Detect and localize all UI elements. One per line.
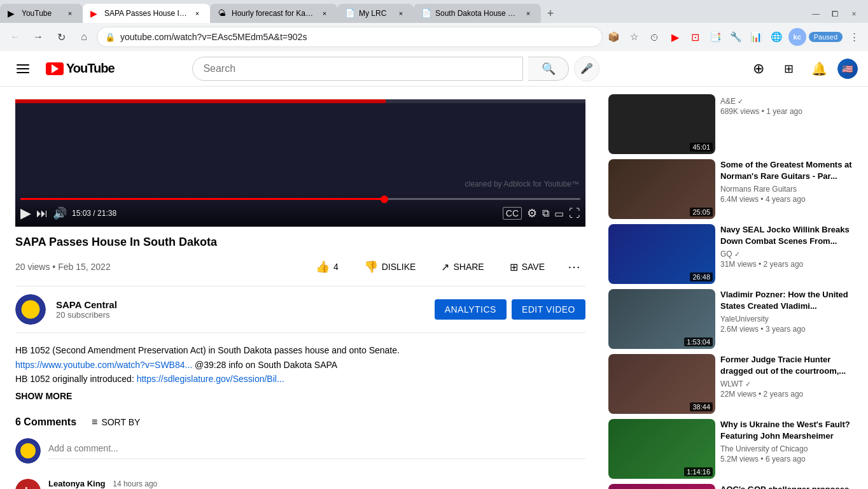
- comment-item: L Leatonya King 14 hours ago This is awe…: [15, 479, 585, 489]
- separator: •: [52, 262, 58, 272]
- play-button[interactable]: ▶: [20, 205, 31, 222]
- show-more-button[interactable]: SHOW MORE: [15, 391, 585, 401]
- tab-weather[interactable]: 🌤 Hourly forecast for Kansas C... ×: [210, 4, 337, 23]
- video-actions: 👍 4 👎 DISLIKE ↗ SHARE ⊞ SAVE: [308, 255, 585, 278]
- commenter-avatar-image-1: L: [15, 479, 41, 489]
- yt-search-input[interactable]: [203, 63, 512, 74]
- tab-sapa[interactable]: ▶ SAPA Passes House In Sout... ×: [83, 4, 210, 23]
- sidebar-meta-2: 2.6M views • 3 years ago: [720, 325, 860, 334]
- author-name-1[interactable]: Leatonya King: [48, 479, 106, 488]
- tab-close-weather[interactable]: ×: [319, 8, 330, 18]
- sidebar-video-ae[interactable]: 45:01 A&E ✓ 689K views • 1 year ago: [608, 94, 860, 154]
- volume-button[interactable]: 🔊: [53, 206, 67, 220]
- sidebar-title-2: Vladimir Pozner: How the United States C…: [720, 289, 860, 312]
- sidebar-channel-3: WLWT ✓: [720, 379, 860, 388]
- yt-create-button[interactable]: ⊕: [746, 56, 771, 82]
- ext-icon-6[interactable]: 🌐: [768, 28, 786, 46]
- comment-input[interactable]: [48, 438, 585, 459]
- ext-icon-2[interactable]: ⊡: [687, 28, 704, 46]
- channel-info: SAPA Central 20 subscribers: [56, 299, 424, 320]
- sidebar-info-1: Navy SEAL Jocko Willink Breaks Down Comb…: [720, 224, 860, 284]
- dislike-button[interactable]: 👎 DISLIKE: [356, 256, 424, 278]
- analytics-button[interactable]: ANALYTICS: [435, 299, 507, 320]
- refresh-button[interactable]: ↻: [51, 27, 71, 47]
- sidebar-video-1[interactable]: 26:48 Navy SEAL Jocko Willink Breaks Dow…: [608, 224, 860, 284]
- back-button[interactable]: ←: [5, 27, 25, 47]
- video-controls: ▶ ⏭ 🔊 15:03 / 21:38 CC ⚙ ⧉ ▭: [15, 193, 585, 227]
- tab-favicon-sapa: ▶: [90, 8, 101, 18]
- bookmark-button[interactable]: ☆: [626, 28, 643, 46]
- save-button[interactable]: ⊞ SAVE: [502, 257, 552, 277]
- sidebar-video-4[interactable]: 1:14:16 Why is Ukraine the West's Fault?…: [608, 419, 860, 479]
- chrome-menu-button[interactable]: ⋮: [845, 28, 863, 46]
- video-top-bar: [15, 99, 585, 103]
- ext-icon-1[interactable]: ▶: [666, 28, 684, 46]
- history-button[interactable]: ⏲: [646, 28, 664, 46]
- tab-sd[interactable]: 📄 South Dakota House Bill 105... ×: [414, 4, 541, 23]
- comment-input-row: [15, 438, 585, 464]
- settings-button[interactable]: ⚙: [527, 206, 537, 220]
- forward-button[interactable]: →: [28, 27, 48, 47]
- description-link2[interactable]: https://sdlegislature.gov/Session/Bil...: [137, 374, 284, 384]
- address-bar[interactable]: 🔒 youtube.com/watch?v=EAsc5MEdm5A&t=902s: [97, 27, 603, 47]
- description-line2: HB 1052 originally introduced:: [15, 374, 134, 384]
- yt-search-box[interactable]: [192, 57, 523, 81]
- duration-1: 26:48: [690, 273, 713, 281]
- progress-bar[interactable]: [20, 198, 580, 200]
- tab-close-sapa[interactable]: ×: [192, 8, 202, 18]
- paused-badge[interactable]: Paused: [809, 32, 843, 42]
- sidebar-video-3[interactable]: 38:44 Former Judge Tracie Hunter dragged…: [608, 354, 860, 414]
- theater-button[interactable]: ▭: [554, 208, 564, 220]
- sidebar-info-ae: A&E ✓ 689K views • 1 year ago: [720, 94, 860, 154]
- ext-icon-3[interactable]: 📑: [707, 28, 725, 46]
- miniplayer-button[interactable]: ⧉: [542, 208, 549, 219]
- yt-user-avatar[interactable]: 🇺🇸: [837, 59, 858, 79]
- sidebar-video-5[interactable]: AOC's GOP challenger proposes tough sent…: [608, 484, 860, 489]
- skip-button[interactable]: ⏭: [36, 207, 48, 220]
- channel-avatar[interactable]: [15, 294, 46, 325]
- description-link1[interactable]: https://www.youtube.com/watch?v=SWB84...: [15, 360, 192, 370]
- thumbs-down-icon: 👎: [364, 260, 378, 274]
- more-options-button[interactable]: ⋯: [563, 255, 585, 278]
- channel-actions: ANALYTICS EDIT VIDEO: [435, 299, 585, 320]
- comments-header: 6 Comments ≡ SORT BY: [15, 416, 585, 428]
- yt-play-triangle: [52, 64, 59, 73]
- yt-search-button[interactable]: 🔍: [528, 57, 569, 81]
- like-button[interactable]: 👍 4: [308, 256, 346, 278]
- yt-sidebar: 45:01 A&E ✓ 689K views • 1 year ago 25:0…: [601, 87, 868, 489]
- new-tab-button[interactable]: +: [541, 4, 560, 23]
- tab-favicon-lrc: 📄: [345, 8, 355, 18]
- yt-logo-icon: [46, 62, 64, 75]
- ext-icon-4[interactable]: 🔧: [727, 28, 745, 46]
- profile-button[interactable]: kc: [788, 28, 806, 46]
- extensions-button[interactable]: 📦: [605, 28, 623, 46]
- cc-button[interactable]: CC: [503, 207, 522, 220]
- sidebar-video-0[interactable]: 25:05 Some of the Greatest Moments at No…: [608, 159, 860, 219]
- maximize-button[interactable]: ⧠: [826, 5, 844, 23]
- edit-video-button[interactable]: EDIT VIDEO: [512, 299, 585, 320]
- close-window-button[interactable]: ×: [845, 5, 863, 23]
- share-button[interactable]: ↗ SHARE: [433, 257, 491, 277]
- sidebar-info-0: Some of the Greatest Moments at Norman's…: [720, 159, 860, 219]
- sidebar-video-2[interactable]: 1:53:04 Vladimir Pozner: How the United …: [608, 289, 860, 349]
- yt-logo[interactable]: YouTube: [46, 61, 115, 76]
- minimize-button[interactable]: —: [807, 5, 825, 23]
- home-button[interactable]: ⌂: [74, 27, 94, 47]
- yt-apps-button[interactable]: ⊞: [776, 56, 802, 82]
- hamburger-icon: [11, 59, 34, 78]
- tab-youtube[interactable]: ▶ YouTube ×: [0, 4, 83, 23]
- fullscreen-button[interactable]: ⛶: [569, 207, 580, 220]
- yt-notifications-button[interactable]: 🔔: [807, 56, 832, 82]
- channel-name[interactable]: SAPA Central: [56, 299, 424, 310]
- yt-mic-button[interactable]: 🎤: [574, 56, 599, 82]
- tab-close-lrc[interactable]: ×: [396, 8, 406, 18]
- commenter-avatar-1: L: [15, 479, 41, 489]
- yt-menu-button[interactable]: [10, 56, 36, 82]
- ext-icon-5[interactable]: 📊: [748, 28, 766, 46]
- sort-by-button[interactable]: ≡ SORT BY: [92, 416, 140, 428]
- tab-lrc[interactable]: 📄 My LRC ×: [337, 4, 414, 23]
- yt-search-area: 🔍 🎤: [192, 56, 599, 82]
- tab-close-yt[interactable]: ×: [65, 8, 75, 18]
- avatar-flag-icon: 🇺🇸: [842, 64, 853, 74]
- tab-close-sd[interactable]: ×: [523, 8, 533, 18]
